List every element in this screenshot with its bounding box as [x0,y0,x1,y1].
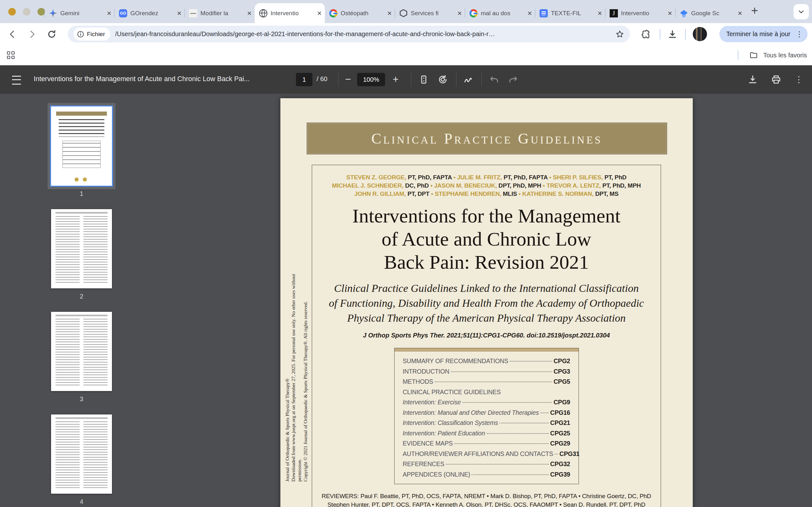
author: JOHN R. GILLIAM, PT, DPT • [354,190,435,197]
thumbnail-sidebar: 1 2 [20,94,143,506]
journal-citation: J Orthop Sports Phys Ther. 2021;51(11):C… [312,332,661,339]
toc-entry: SUMMARY OF RECOMMENDATIONS CPG2 [403,356,570,366]
tab-close-icon[interactable]: × [317,9,322,17]
apps-grid-icon[interactable] [7,51,14,59]
browser-tab[interactable]: Interventio × [255,3,325,23]
pdf-menu-icon[interactable] [12,76,21,84]
toc-leader-dots [487,433,549,434]
page-number-input[interactable]: 1 [296,73,312,86]
toolbar-divider [481,72,482,87]
tab-close-icon[interactable]: × [457,9,462,17]
browser-tab[interactable]: Modifier la × [185,3,255,23]
toc-leader-dots [451,372,552,372]
print-icon[interactable] [771,74,781,84]
window-minimize-button[interactable] [23,8,31,15]
tab-close-icon[interactable]: × [738,9,742,17]
toolbar-separator [660,29,660,40]
extensions-puzzle-icon[interactable] [641,30,651,39]
toc-leader-dots [435,382,552,382]
update-chrome-button[interactable]: Terminer la mise à jour ⋮ [719,26,808,42]
toolbar-separator [685,29,686,40]
info-icon [77,31,84,38]
fit-to-page-icon[interactable] [419,74,429,84]
profile-avatar[interactable] [693,27,707,41]
tab-label: Modifier la [200,10,246,17]
tab-favicon-icon [119,9,127,17]
thumbnail-item[interactable]: 4 [51,414,112,506]
annotate-draw-icon[interactable] [463,74,474,85]
page-thumbnail[interactable] [51,107,112,186]
rotate-icon[interactable] [438,74,448,84]
site-settings-chip[interactable]: Fichier [73,27,110,41]
new-tab-button[interactable]: + [751,4,758,17]
toc-entry: CLINICAL PRACTICE GUIDELINES [403,387,570,397]
address-bar[interactable]: Fichier /Users/jean-francoisduranleau/Do… [68,26,630,43]
tab-close-icon[interactable]: × [598,9,602,17]
document-subtitle: Clinical Practice Guidelines Linked to t… [312,281,661,326]
tab-label: TEXTE-FIL [551,10,596,17]
page-thumbnail[interactable] [51,209,112,288]
toc-entry: Intervention: Manual and Other Directed … [403,407,570,418]
pdf-document-title: Interventions for the Management of Acut… [34,75,250,83]
forward-button[interactable] [27,30,37,39]
author: MICHAEL J. SCHNEIDER, DC, PhD • [332,182,434,189]
tab-label: GOrendez [131,10,176,17]
document-banner: Clinical Practice Guidelines [307,123,667,154]
browser-menu-icon[interactable]: ⋮ [796,30,803,39]
thumbnail-item[interactable]: 2 [51,209,112,300]
url-text[interactable]: /Users/jean-francoisduranleau/Downloads/… [115,31,612,38]
tab-close-icon[interactable]: × [107,9,111,17]
tab-label: Interventio [270,10,316,17]
toc-page-ref: CPG16 [550,407,570,418]
browser-tab[interactable]: TEXTE-FIL × [535,3,605,23]
browser-tab[interactable]: Services fi × [395,3,465,23]
reload-button[interactable] [47,30,56,39]
tab-close-icon[interactable]: × [668,9,672,17]
zoom-out-button[interactable]: − [345,73,351,85]
author: STEPHANIE HENDREN, MLIS • [435,190,522,197]
bookmarks-separator [738,50,739,60]
toc-page-ref: CPG5 [554,377,570,387]
tab-close-icon[interactable]: × [527,9,532,17]
all-bookmarks-button[interactable]: Tous les favoris [763,52,807,59]
bookmark-star-icon[interactable] [615,30,624,39]
redo-icon[interactable] [508,74,518,84]
tab-close-icon[interactable]: × [387,9,392,17]
thumbnail-preview [51,107,112,186]
toc-entry: Intervention: Patient Education CPG25 [403,428,570,439]
browser-tab[interactable]: Ostéopath × [325,3,395,23]
downloads-icon[interactable] [667,29,677,39]
tab-close-icon[interactable]: × [247,9,252,17]
browser-tab[interactable]: Google Sc × [675,3,745,23]
tab-favicon-icon [469,9,478,17]
page-thumbnail[interactable] [51,414,112,494]
authors-line-2: MICHAEL J. SCHNEIDER, DC, PhD • JASON M.… [312,181,661,190]
tab-close-icon[interactable]: × [177,9,182,17]
tab-search-button[interactable] [794,4,809,19]
browser-tab[interactable]: GOrendez × [114,3,185,23]
author: SHERI P. SILFIES, PT, PhD [553,174,626,181]
reviewers-block: REVIEWERS: Paul F. Beattie, PT, PhD, OCS… [312,492,661,507]
back-button[interactable] [8,30,17,39]
toc-leader-dots [500,423,548,424]
toc-page-ref: CPG3 [554,366,570,377]
pdf-download-icon[interactable] [748,74,758,84]
zoom-level-value[interactable]: 100% [357,73,385,86]
undo-icon[interactable] [489,74,499,84]
browser-tab[interactable]: Gemini × [44,3,114,23]
zoom-in-button[interactable]: + [393,73,399,85]
browser-tab[interactable]: mal au dos × [465,3,535,23]
page-thumbnail[interactable] [51,312,112,391]
thumbnail-item[interactable]: 1 [51,107,112,198]
toolbar-divider [338,72,339,87]
toc-page-ref: CPG21 [550,418,570,428]
tab-favicon-icon [610,9,618,17]
pdf-more-menu-icon[interactable]: ⋮ [795,74,803,84]
window-close-button[interactable] [8,8,16,15]
thumbnail-page-number: 1 [51,189,112,198]
toolbar-divider [456,72,456,87]
thumbnail-item[interactable]: 3 [51,312,112,403]
tab-favicon-icon [329,9,338,17]
browser-tab[interactable]: Interventio × [605,3,675,23]
toc-entry: INTRODUCTION CPG3 [403,366,570,377]
